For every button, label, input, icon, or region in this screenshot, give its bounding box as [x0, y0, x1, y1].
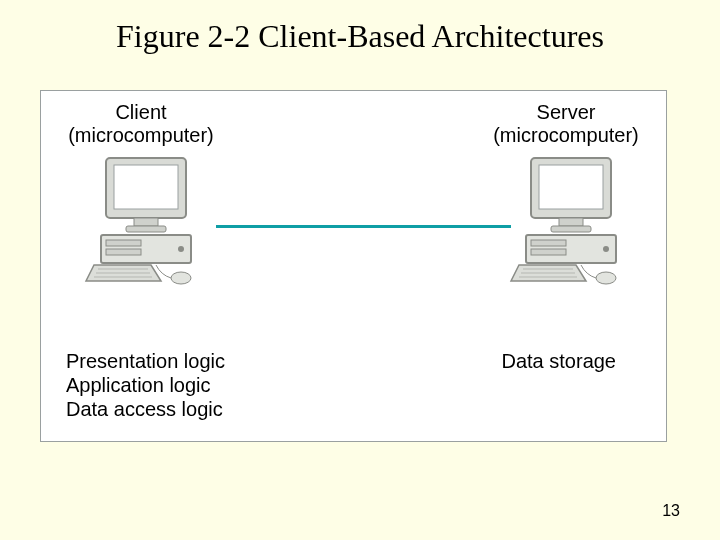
server-label-line2: (microcomputer)	[493, 124, 639, 146]
client-label: Client (microcomputer)	[61, 101, 221, 147]
list-item: Data storage	[501, 349, 616, 373]
svg-point-7	[178, 246, 184, 252]
computer-icon	[66, 153, 216, 293]
server-logic-list: Data storage	[501, 349, 616, 373]
svg-point-20	[603, 246, 609, 252]
svg-point-12	[171, 272, 191, 284]
page-number: 13	[662, 502, 680, 520]
svg-rect-6	[106, 249, 141, 255]
list-item: Data access logic	[66, 397, 225, 421]
svg-rect-16	[551, 226, 591, 232]
svg-rect-19	[531, 249, 566, 255]
server-label-line1: Server	[537, 101, 596, 123]
svg-rect-18	[531, 240, 566, 246]
page-title: Figure 2-2 Client-Based Architectures	[0, 18, 720, 55]
client-node: Client (microcomputer)	[61, 101, 221, 297]
svg-rect-14	[539, 165, 603, 209]
server-label: Server (microcomputer)	[486, 101, 646, 147]
client-logic-list: Presentation logic Application logic Dat…	[66, 349, 225, 421]
svg-rect-3	[126, 226, 166, 232]
svg-point-25	[596, 272, 616, 284]
svg-rect-5	[106, 240, 141, 246]
architecture-diagram: Client (microcomputer) Se	[40, 90, 667, 442]
svg-rect-15	[559, 218, 583, 226]
network-link-line	[216, 225, 511, 228]
client-label-line2: (microcomputer)	[68, 124, 214, 146]
client-label-line1: Client	[115, 101, 166, 123]
list-item: Application logic	[66, 373, 225, 397]
svg-rect-2	[134, 218, 158, 226]
list-item: Presentation logic	[66, 349, 225, 373]
computer-icon	[491, 153, 641, 293]
svg-rect-1	[114, 165, 178, 209]
server-node: Server (microcomputer)	[486, 101, 646, 297]
